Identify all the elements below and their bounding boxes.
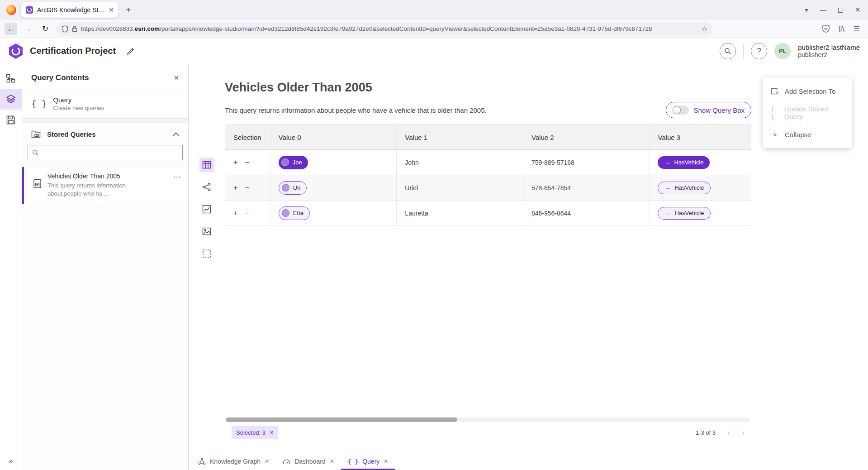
tab-close-icon[interactable]: ✕: [330, 458, 334, 465]
menu-item-update-stored-query[interactable]: { } Update Stored Query: [763, 102, 852, 124]
tab-close-icon[interactable]: ✕: [384, 458, 388, 465]
list-tabs-icon[interactable]: ▾: [805, 7, 808, 13]
url-bar[interactable]: https://dev0028833.esri.com/portal/apps/…: [56, 22, 713, 36]
edit-pencil-icon[interactable]: [127, 47, 135, 55]
tab-close-icon[interactable]: ✕: [109, 7, 114, 13]
close-window-icon[interactable]: ✕: [855, 6, 861, 14]
project-title: Certification Project: [30, 46, 116, 56]
tracking-shield-icon[interactable]: [62, 25, 68, 33]
menu-hamburger-icon[interactable]: ☰: [854, 25, 860, 33]
rail-project-tree-icon[interactable]: [0, 68, 22, 89]
kebab-menu-icon[interactable]: ⋯: [173, 173, 181, 197]
search-input[interactable]: [43, 149, 178, 156]
table-view-icon[interactable]: [199, 158, 214, 172]
pocket-save-icon[interactable]: [822, 25, 830, 33]
rail-layers-icon[interactable]: [0, 89, 22, 110]
cell-value[interactable]: Lauretta: [397, 201, 523, 225]
stored-query-item[interactable]: Vehicles Older Than 2005 This query retu…: [22, 167, 188, 204]
next-page-icon[interactable]: ›: [742, 428, 745, 436]
cell-value[interactable]: 846-956-8644: [523, 201, 650, 225]
user-block[interactable]: publisher2 lastName publisher2: [798, 43, 860, 58]
clear-selection-icon[interactable]: ✕: [270, 430, 274, 436]
bookmark-star-icon[interactable]: ☆: [702, 25, 707, 33]
add-to-selection-icon[interactable]: +: [233, 184, 237, 192]
column-header[interactable]: Value 1: [397, 125, 523, 149]
selection-context-menu: Add Selection To { } Update Stored Query…: [763, 77, 852, 148]
link-chart-view-icon[interactable]: [199, 180, 214, 194]
remove-from-selection-icon[interactable]: −: [245, 158, 249, 167]
select-marquee-icon[interactable]: [199, 246, 214, 261]
remove-from-selection-icon[interactable]: −: [245, 209, 249, 217]
scrollbar-thumb[interactable]: [226, 417, 457, 422]
firefox-icon[interactable]: [6, 5, 16, 15]
relationship-label: HasVehicle: [674, 184, 704, 191]
search-button[interactable]: [720, 43, 736, 59]
rail-save-icon[interactable]: [0, 110, 22, 130]
cell-value[interactable]: John: [397, 150, 523, 175]
panel-close-icon[interactable]: ✕: [174, 74, 179, 82]
app-header: Certification Project ? PL publisher2 la…: [0, 38, 868, 64]
minimize-icon[interactable]: —: [820, 7, 826, 13]
cell-value[interactable]: 759-889-57168: [523, 150, 650, 175]
toggle-knob: [673, 106, 681, 114]
content-tab-bar: Knowledge Graph ✕ Dashboard ✕ { } Query …: [189, 454, 868, 470]
back-button[interactable]: ←: [5, 23, 17, 35]
toggle-switch[interactable]: [673, 106, 689, 115]
forward-button[interactable]: →: [22, 23, 34, 35]
avatar[interactable]: PL: [774, 43, 791, 59]
menu-item-collapse[interactable]: » Collapse: [763, 124, 852, 145]
tab-knowledge-graph[interactable]: Knowledge Graph ✕: [191, 454, 276, 470]
column-header[interactable]: Value 0: [270, 125, 397, 149]
table-row[interactable]: + − Uri Uriel 578-654-7854 → HasVehicle: [225, 175, 751, 201]
expand-rail-icon[interactable]: »: [9, 456, 13, 465]
tab-dashboard[interactable]: Dashboard ✕: [276, 454, 341, 470]
entity-label: Joe: [293, 159, 302, 166]
column-header[interactable]: Value 2: [523, 125, 650, 149]
maximize-icon[interactable]: [838, 8, 843, 13]
entity-pill[interactable]: Joe: [279, 156, 308, 169]
relationship-pill[interactable]: → HasVehicle: [658, 207, 711, 220]
map-view-icon[interactable]: [199, 224, 214, 239]
header-divider: [743, 43, 744, 59]
menu-item-add-selection-to[interactable]: Add Selection To: [763, 80, 852, 102]
new-tab-button[interactable]: +: [126, 5, 131, 14]
previous-page-icon[interactable]: ‹: [727, 428, 730, 436]
arrow-right-icon: →: [664, 159, 670, 166]
reload-button[interactable]: ↻: [39, 23, 52, 35]
show-query-box-toggle[interactable]: Show Query Box: [666, 102, 751, 118]
entity-pill[interactable]: Uri: [279, 181, 307, 195]
search-icon: [724, 48, 731, 55]
help-button[interactable]: ?: [751, 43, 767, 59]
cell-value[interactable]: 578-654-7854: [523, 175, 650, 200]
stored-queries-title: Stored Queries: [47, 130, 166, 138]
browser-navbar: ← → ↻ https://dev0028833.esri.com/portal…: [0, 20, 868, 38]
query-description: This query returns information about peo…: [225, 106, 487, 114]
table-row[interactable]: + − Etta Lauretta 846-956-8644 → HasVehi…: [225, 201, 751, 226]
entity-pill[interactable]: Etta: [279, 206, 310, 220]
query-item[interactable]: { } Query Create new queries: [22, 90, 188, 119]
table-row[interactable]: + − Joe John 759-889-57168 → HasVehicle: [225, 150, 751, 175]
horizontal-scrollbar[interactable]: [226, 417, 750, 422]
remove-from-selection-icon[interactable]: −: [245, 184, 249, 192]
query-viewer-main: Vehicles Older Than 2005 This query retu…: [189, 64, 868, 454]
column-header[interactable]: Selection: [225, 125, 270, 149]
library-icon[interactable]: [838, 25, 845, 33]
add-to-selection-icon[interactable]: +: [233, 209, 237, 217]
tab-close-icon[interactable]: ✕: [265, 458, 269, 465]
add-to-selection-icon[interactable]: +: [233, 158, 237, 167]
relationship-pill[interactable]: → HasVehicle: [658, 182, 711, 194]
lock-icon[interactable]: [72, 25, 77, 32]
column-header[interactable]: Value 3: [650, 125, 751, 149]
chevron-up-icon[interactable]: [173, 132, 179, 136]
chart-view-icon[interactable]: [199, 202, 214, 216]
panel-title: Query Contents: [31, 73, 89, 82]
selected-count-chip[interactable]: Selected: 3 ✕: [232, 426, 278, 439]
stored-queries-header[interactable]: Stored Queries: [22, 123, 188, 144]
relationship-label: HasVehicle: [674, 159, 703, 166]
browser-tab[interactable]: ArcGIS Knowledge Studio ✕: [21, 2, 119, 18]
tab-query[interactable]: { } Query ✕: [341, 454, 395, 470]
cell-value[interactable]: Uriel: [397, 175, 523, 200]
braces-icon: { }: [770, 105, 779, 121]
stored-queries-search[interactable]: [28, 145, 183, 160]
relationship-pill[interactable]: → HasVehicle: [658, 156, 710, 169]
